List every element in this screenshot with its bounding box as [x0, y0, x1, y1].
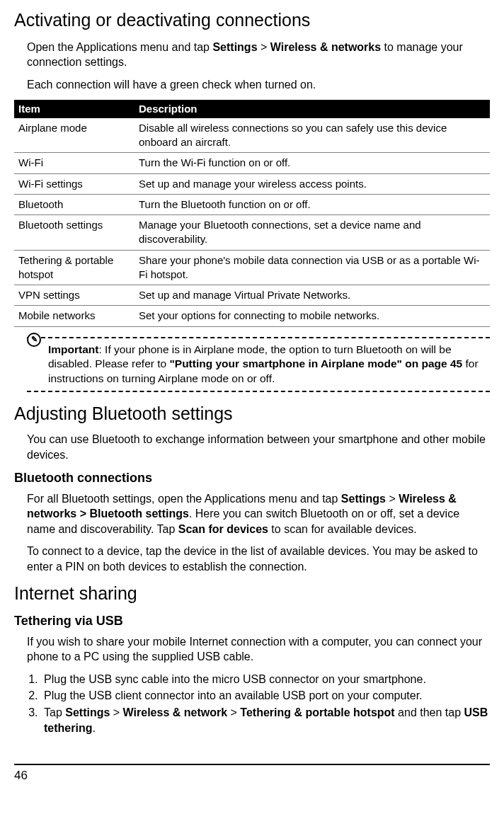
table-cell-item: Tethering & portable hotspot	[14, 250, 134, 285]
table-row: BluetoothTurn the Bluetooth function on …	[14, 194, 490, 214]
dashed-rule-bottom	[27, 391, 490, 392]
table-cell-item: Wi-Fi	[14, 153, 134, 173]
list-item: Plug the USB client connector into an av…	[41, 688, 490, 704]
table-cell-desc: Set up and manage your wireless access p…	[134, 173, 490, 194]
note-crossref: "Putting your smartphone in Airplane mod…	[169, 357, 462, 369]
table-cell-item: Bluetooth settings	[14, 215, 134, 251]
bold-scan: Scan for devices	[178, 523, 268, 535]
note-text: Important: If your phone is in Airplane …	[48, 343, 490, 387]
bold-tethering: Tethering & portable hotspot	[240, 706, 394, 718]
table-cell-item: Wi-Fi settings	[14, 173, 134, 194]
list-item: Plug the USB sync cable into the micro U…	[41, 672, 490, 687]
heading-internet-sharing: Internet sharing	[14, 582, 490, 606]
bt-paragraph-2: To connect to a device, tap the device i…	[27, 544, 490, 574]
heading-activating: Activating or deactivating connections	[14, 8, 490, 33]
table-cell-desc: Disable all wireless connections so you …	[134, 118, 490, 153]
table-cell-desc: Manage your Bluetooth connections, set a…	[134, 215, 490, 251]
adjust-paragraph: You can use Bluetooth to exchange inform…	[27, 432, 490, 462]
table-cell-item: VPN settings	[14, 285, 134, 306]
intro-paragraph-2: Each connection will have a green check …	[27, 77, 490, 93]
table-cell-desc: Set your options for connecting to mobil…	[134, 306, 490, 326]
text: >	[227, 706, 240, 718]
bold-wireless-networks: Wireless & networks	[270, 41, 381, 53]
table-row: Wi-FiTurn the Wi-Fi function on or off.	[14, 153, 490, 173]
important-note: ✎ Important: If your phone is in Airplan…	[27, 337, 490, 393]
note-label: Important	[48, 343, 98, 355]
list-item: Tap Settings > Wireless & network > Teth…	[41, 705, 490, 735]
table-cell-desc: Share your phone's mobile data connectio…	[134, 250, 490, 285]
table-cell-item: Mobile networks	[14, 306, 134, 326]
table-row: Airplane modeDisable all wireless connec…	[14, 118, 490, 153]
connections-table: Item Description Airplane modeDisable al…	[14, 100, 490, 327]
table-cell-desc: Turn the Wi-Fi function on or off.	[134, 153, 490, 173]
text: and then tap	[395, 706, 464, 718]
text: Tap	[44, 706, 65, 718]
bold-wireless-network: Wireless & network	[123, 706, 227, 718]
subheading-tethering-usb: Tethering via USB	[14, 612, 490, 629]
table-row: VPN settingsSet up and manage Virtual Pr…	[14, 285, 490, 306]
text: >	[386, 493, 399, 505]
page-number: 46	[14, 765, 490, 791]
table-header-item: Item	[14, 100, 134, 118]
usb-paragraph: If you wish to share your mobile Interne…	[27, 634, 490, 665]
usb-steps-list: Plug the USB sync cable into the micro U…	[41, 672, 490, 735]
subheading-bluetooth-connections: Bluetooth connections	[14, 469, 490, 486]
text: >	[258, 41, 270, 53]
intro-paragraph-1: Open the Applications menu and tap Setti…	[27, 40, 490, 70]
table-cell-desc: Set up and manage Virtual Private Networ…	[134, 285, 490, 306]
bt-paragraph-1: For all Bluetooth settings, open the App…	[27, 491, 490, 537]
table-header-description: Description	[134, 100, 490, 118]
table-cell-item: Airplane mode	[14, 118, 134, 153]
text: >	[110, 706, 122, 718]
bold-settings: Settings	[212, 41, 257, 53]
table-row: Bluetooth settingsManage your Bluetooth …	[14, 215, 490, 251]
bold-settings: Settings	[65, 706, 110, 718]
table-cell-item: Bluetooth	[14, 194, 134, 214]
bold-settings: Settings	[341, 493, 386, 505]
table-row: Mobile networksSet your options for conn…	[14, 306, 490, 326]
table-cell-desc: Turn the Bluetooth function on or off.	[134, 194, 490, 214]
heading-adjusting-bluetooth: Adjusting Bluetooth settings	[14, 402, 490, 426]
text: .	[92, 722, 95, 734]
text: Open the Applications menu and tap	[27, 41, 212, 53]
note-icon: ✎	[27, 333, 41, 347]
text: to scan for available devices.	[268, 523, 417, 535]
text: For all Bluetooth settings, open the App…	[27, 493, 341, 505]
table-row: Wi-Fi settingsSet up and manage your wir…	[14, 173, 490, 194]
table-row: Tethering & portable hotspotShare your p…	[14, 250, 490, 285]
